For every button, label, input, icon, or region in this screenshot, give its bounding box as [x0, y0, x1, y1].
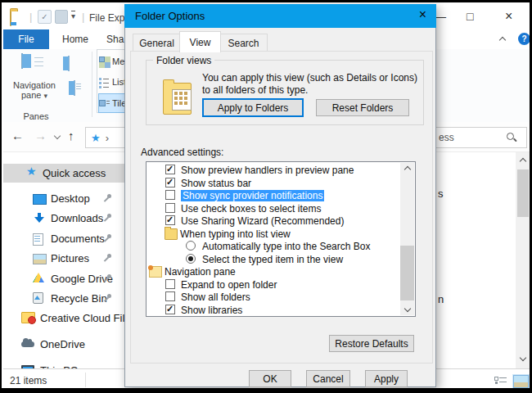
screenshot-root: | ✓ ▾ | File Exp — □ × File Home Sha ? N…	[0, 0, 532, 393]
scroll-down-icon[interactable]	[400, 302, 414, 315]
checkbox-icon[interactable]	[165, 165, 175, 174]
tiles-view-icon	[99, 98, 110, 109]
advanced-setting-row[interactable]: When typing into list view	[147, 228, 400, 240]
qat-properties-button[interactable]: ✓	[38, 10, 52, 24]
medium-icons-icon	[99, 56, 110, 67]
view-tab-page: Folder views You can apply this view (su…	[130, 51, 433, 364]
advanced-setting-row[interactable]: Show all folders	[147, 291, 400, 303]
dialog-tab-view[interactable]: View	[179, 31, 221, 52]
up-button[interactable]: ↑	[68, 129, 74, 142]
file-explorer-icon	[10, 11, 11, 26]
pin-icon	[104, 214, 113, 223]
reset-folders-button[interactable]: Reset Folders	[316, 99, 409, 116]
folder-icon	[165, 228, 178, 240]
sidebar-item-google-drive[interactable]: Google Drive	[3, 269, 124, 288]
minimize-icon[interactable]: —	[435, 11, 446, 23]
tab-home[interactable]: Home	[51, 29, 100, 49]
pin-icon	[104, 274, 113, 283]
qat-separator: |	[82, 11, 84, 23]
folder-views-icon	[163, 79, 196, 115]
content-text-fragment: n	[438, 293, 444, 305]
advanced-list-scrollbar[interactable]	[400, 163, 414, 315]
sidebar-item-documents[interactable]: Documents	[3, 229, 124, 248]
creative-icon	[21, 312, 35, 323]
scrollbar-thumb[interactable]	[400, 246, 414, 300]
pin-icon	[104, 234, 113, 243]
sidebar-item-label: Pictures	[51, 252, 89, 264]
sidebar-item-label: OneDrive	[40, 338, 85, 350]
advanced-setting-row[interactable]: Show status bar	[147, 177, 400, 189]
advanced-setting-row[interactable]: Navigation pane	[147, 265, 400, 278]
sidebar-item-this-pc[interactable]: This PC	[3, 361, 124, 368]
qat-separator: |	[29, 11, 32, 23]
advanced-setting-row[interactable]: Use check boxes to select items	[147, 202, 400, 215]
list-view-icon	[99, 77, 110, 88]
sidebar-item-downloads[interactable]: Downloads	[3, 209, 124, 228]
sidebar-item-onedrive[interactable]: OneDrive	[3, 335, 124, 354]
advanced-setting-row[interactable]: Expand to open folder	[147, 278, 400, 291]
scroll-up-icon[interactable]	[400, 163, 414, 176]
qat-customize-dropdown[interactable]: ▾	[71, 11, 75, 20]
dialog-close-icon[interactable]: ×	[419, 7, 426, 22]
download-icon	[33, 212, 47, 224]
scrollbar-thumb[interactable]	[517, 169, 529, 217]
thumbnail-view-toggle-icon[interactable]	[513, 375, 529, 388]
gdrive-icon	[33, 273, 44, 282]
advanced-setting-label: Show all folders	[181, 291, 250, 303]
maximize-icon[interactable]: □	[467, 10, 473, 23]
folder-views-description: You can apply this view (such as Details…	[202, 72, 428, 97]
content-scrollbar[interactable]	[516, 152, 530, 368]
advanced-setting-row[interactable]: Use Sharing Wizard (Recommended)	[147, 215, 400, 227]
checkbox-icon[interactable]	[165, 305, 175, 314]
apply-to-folders-button[interactable]: Apply to Folders	[202, 98, 304, 117]
advanced-settings-list[interactable]: Show preview handlers in preview paneSho…	[146, 161, 416, 317]
advanced-setting-row[interactable]: Select the typed item in the view	[147, 253, 400, 265]
pin-icon	[104, 294, 113, 303]
restore-defaults-button[interactable]: Restore Defaults	[329, 335, 414, 352]
ribbon-collapse-icon[interactable]	[499, 37, 506, 43]
checkbox-icon[interactable]	[165, 279, 175, 289]
radio-icon[interactable]	[186, 254, 196, 264]
advanced-setting-row[interactable]: Show libraries	[147, 304, 400, 316]
forward-button[interactable]: →	[34, 129, 47, 142]
checkbox-icon[interactable]	[165, 215, 175, 225]
sidebar-item-creative-cloud-fil[interactable]: Creative Cloud Fil	[3, 309, 124, 328]
details-view-toggle-icon[interactable]	[494, 376, 507, 386]
breadcrumb-chevron: ›	[106, 132, 109, 144]
folder-options-dialog: Folder Options × General View Search Fol…	[124, 4, 436, 387]
advanced-setting-label: Show libraries	[181, 305, 242, 316]
close-icon[interactable]: ×	[505, 9, 512, 24]
dropdown-caret-icon: ▾	[44, 92, 48, 100]
tab-file[interactable]: File	[3, 29, 49, 49]
details-pane-icon[interactable]	[74, 80, 75, 96]
sidebar-item-pictures[interactable]: Pictures	[3, 249, 124, 268]
apply-button[interactable]: Apply	[365, 370, 408, 387]
qat-new-folder-button[interactable]	[55, 10, 68, 24]
sidebar-item-recycle-bin[interactable]: Recycle Bin	[3, 289, 124, 308]
sidebar-item-label: Documents	[51, 233, 105, 245]
dialog-titlebar: Folder Options ×	[124, 4, 436, 28]
search-text-fragment: ess	[439, 132, 454, 143]
navigation-pane-button[interactable]: Navigation pane ▾	[8, 51, 61, 110]
ok-button[interactable]: OK	[249, 370, 291, 387]
recent-locations-dropdown-icon[interactable]	[54, 133, 61, 139]
dialog-tab-general[interactable]: General	[133, 34, 181, 52]
cancel-button[interactable]: Cancel	[306, 370, 350, 387]
checkbox-icon[interactable]	[165, 178, 175, 187]
advanced-setting-row[interactable]: Show sync provider notifications	[147, 189, 400, 201]
scroll-up-icon[interactable]	[520, 158, 526, 165]
checkbox-icon[interactable]	[165, 291, 175, 301]
preview-pane-icon[interactable]	[68, 56, 70, 71]
radio-icon[interactable]	[186, 241, 196, 251]
help-icon[interactable]: ?	[518, 33, 530, 45]
dialog-tab-search[interactable]: Search	[219, 34, 268, 52]
advanced-setting-row[interactable]: Automatically type into the Search Box	[147, 240, 400, 252]
sidebar-item-desktop[interactable]: Desktop	[3, 189, 124, 208]
scroll-down-icon[interactable]	[520, 355, 526, 361]
advanced-setting-row[interactable]: Show preview handlers in preview pane	[147, 164, 400, 176]
dialog-button-row: OK Cancel Apply	[125, 366, 435, 388]
back-button[interactable]: ←	[11, 129, 24, 142]
sidebar-item-quick-access[interactable]: Quick access	[3, 164, 124, 183]
checkbox-icon[interactable]	[165, 190, 175, 200]
checkbox-icon[interactable]	[165, 203, 175, 213]
